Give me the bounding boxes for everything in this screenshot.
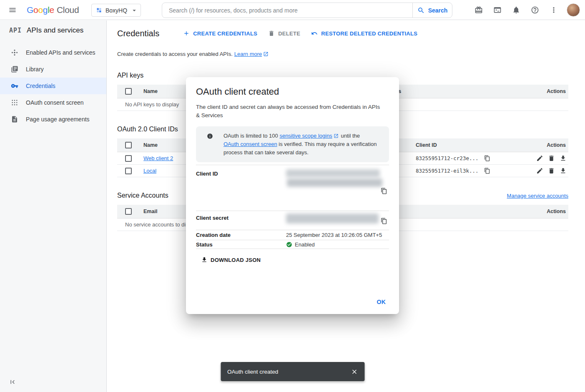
sidebar-item-library[interactable]: Library — [0, 61, 106, 78]
cloud-shell-button[interactable] — [489, 2, 506, 18]
column-actions: Actions — [518, 88, 568, 94]
trash-icon — [548, 167, 555, 174]
google-cloud-logo[interactable]: Google Cloud — [27, 0, 79, 20]
library-icon — [10, 65, 19, 73]
search-bar: Search — [162, 3, 452, 18]
help-icon — [531, 6, 539, 14]
sidebar: API APIs and services Enabled APIs and s… — [0, 20, 107, 392]
help-button[interactable] — [527, 2, 543, 18]
search-icon — [417, 7, 425, 14]
download-oauth-client-button[interactable] — [558, 166, 567, 176]
snackbar: OAuth client created — [221, 362, 364, 381]
top-app-bar: Google Cloud BoxyHQ Search — [0, 0, 585, 20]
download-icon — [201, 256, 208, 263]
intro-text: Create credentials to access your enable… — [117, 51, 568, 57]
client-id-value: 83255951712-eil3k... — [416, 168, 479, 174]
copy-client-id-button[interactable] — [483, 154, 492, 163]
client-id-label: Client ID — [196, 165, 286, 211]
client-id-redacted-value — [287, 178, 382, 187]
column-actions: Actions — [518, 142, 568, 148]
client-id-redacted-value — [286, 169, 380, 177]
topbar-actions — [470, 2, 580, 18]
manage-service-accounts-link[interactable]: Manage service accounts — [507, 193, 568, 199]
client-id-value: 83255951712-cr23e... — [416, 155, 479, 161]
oauth-client-name-link[interactable]: Web client 2 — [143, 155, 173, 161]
copy-icon — [484, 155, 490, 161]
row-checkbox[interactable] — [125, 168, 132, 174]
edit-oauth-client-button[interactable] — [535, 154, 544, 163]
menu-button[interactable] — [6, 3, 19, 17]
key-icon — [10, 82, 19, 90]
product-name: APIs and services — [27, 26, 83, 35]
column-client-id: Client ID — [416, 142, 518, 148]
trash-icon — [268, 30, 275, 37]
caret-down-icon — [131, 7, 138, 14]
status-label: Status — [196, 241, 286, 248]
client-secret-label: Client secret — [196, 211, 286, 230]
copy-client-id-button[interactable] — [379, 186, 389, 196]
search-button[interactable]: Search — [412, 3, 452, 18]
google-logotype: Google — [27, 5, 54, 15]
oauth-client-name-link[interactable]: Local — [143, 168, 156, 174]
download-oauth-client-button[interactable] — [558, 154, 567, 163]
ok-button[interactable]: OK — [373, 295, 390, 309]
creation-date-value: 25 September 2023 at 10:26:05 GMT+5 — [286, 232, 389, 238]
more-options-button[interactable] — [545, 2, 562, 18]
sidebar-header: API APIs and services — [0, 20, 106, 40]
notifications-button[interactable] — [508, 2, 525, 18]
status-value: Enabled — [295, 241, 315, 248]
sidebar-item-enabled-apis[interactable]: Enabled APIs and services — [0, 44, 106, 61]
sensitive-scope-logins-link[interactable]: sensitive scope logins — [279, 132, 339, 140]
select-all-checkbox[interactable] — [125, 208, 132, 215]
copy-icon — [484, 168, 490, 174]
row-checkbox[interactable] — [125, 155, 132, 162]
collapse-left-icon — [9, 378, 16, 386]
pencil-icon — [536, 155, 543, 162]
download-json-button[interactable]: DOWNLOAD JSON — [198, 253, 264, 266]
delete-button[interactable]: DELETE — [268, 30, 300, 37]
page-header: Credentials CREATE CREDENTIALS DELETE RE… — [117, 26, 568, 40]
page-title: Credentials — [117, 29, 159, 38]
dialog-fields: Client ID Client secret Creation date 25… — [196, 165, 389, 249]
restore-deleted-credentials-button[interactable]: RESTORE DELETED CREDENTIALS — [311, 30, 417, 37]
free-trial-gift-button[interactable] — [470, 2, 487, 18]
external-link-icon — [263, 51, 269, 57]
check-circle-icon — [286, 241, 292, 248]
sidebar-item-credentials[interactable]: Credentials — [0, 78, 106, 94]
enabled-apis-icon — [10, 48, 19, 57]
account-avatar[interactable] — [567, 3, 580, 17]
copy-client-id-button[interactable] — [483, 166, 492, 176]
sidebar-item-page-usage-agreements[interactable]: Page usage agreements — [0, 111, 106, 128]
status-row: Status Enabled — [196, 240, 389, 249]
snackbar-message: OAuth client created — [227, 369, 278, 375]
dialog-description: The client ID and secret can always be a… — [196, 103, 384, 120]
client-id-row: Client ID — [196, 165, 389, 211]
select-all-checkbox[interactable] — [125, 142, 132, 148]
delete-oauth-client-button[interactable] — [547, 166, 556, 176]
pencil-icon — [536, 167, 543, 174]
snackbar-close-button[interactable] — [347, 364, 362, 379]
sidebar-item-oauth-consent-screen[interactable]: OAuth consent screen — [0, 94, 106, 111]
external-link-icon — [334, 133, 339, 138]
collapse-sidebar-button[interactable] — [6, 375, 19, 389]
search-input[interactable] — [162, 3, 412, 18]
trash-icon — [548, 155, 555, 162]
oauth-consent-screen-link[interactable]: OAuth consent screen — [223, 140, 277, 148]
select-all-checkbox[interactable] — [125, 88, 132, 95]
delete-oauth-client-button[interactable] — [547, 154, 556, 163]
project-picker[interactable]: BoxyHQ — [91, 4, 141, 17]
edit-oauth-client-button[interactable] — [535, 166, 544, 176]
create-credentials-button[interactable]: CREATE CREDENTIALS — [183, 30, 257, 37]
terminal-icon — [493, 6, 502, 14]
learn-more-link[interactable]: Learn more — [234, 51, 269, 57]
copy-client-secret-button[interactable] — [379, 216, 389, 226]
project-name: BoxyHQ — [105, 7, 127, 14]
more-vert-icon — [550, 6, 558, 14]
service-accounts-section-title: Service Accounts — [117, 192, 168, 199]
gift-icon — [475, 6, 483, 14]
info-icon — [196, 132, 223, 157]
download-icon — [560, 167, 567, 174]
download-icon — [560, 155, 567, 162]
close-icon — [351, 368, 358, 375]
agreements-document-icon — [10, 115, 19, 123]
